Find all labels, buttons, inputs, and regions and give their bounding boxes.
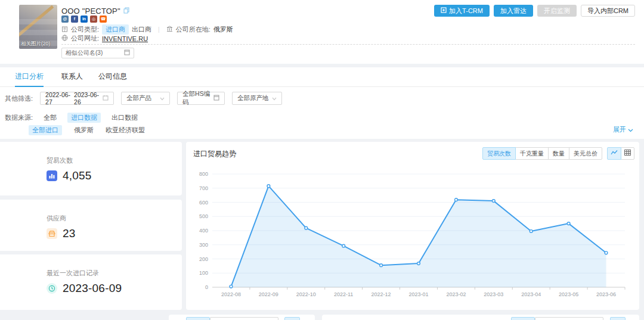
metric-toggle-partial[interactable] [511, 317, 535, 320]
company-name-row: OOO "PECTOP" [61, 5, 130, 16]
clock-icon [47, 283, 57, 294]
metric-kg-weight[interactable]: 千克重量 [515, 147, 549, 160]
company-type-import-tag[interactable]: 进口商 [102, 24, 129, 35]
line-chart-icon [611, 148, 618, 159]
phone-icon[interactable]: ☎ [100, 15, 107, 23]
stat-card-last-import: 最近一次进口记录 2023-06-09 [0, 254, 182, 310]
sub-option-russia[interactable]: 俄罗斯 [74, 126, 94, 135]
svg-text:2023-03: 2023-03 [484, 291, 503, 297]
chevron-down-icon [272, 95, 277, 102]
add-to-tcrm-button[interactable]: 加入T-CRM [434, 5, 490, 17]
chevron-down-icon [160, 95, 165, 102]
svg-text:700: 700 [199, 185, 208, 191]
source-option-import[interactable]: 进口数据 [67, 113, 101, 123]
company-type-export-tag[interactable]: 出口商 [132, 25, 151, 34]
hs-code-select-value: 全部HS编码 [182, 90, 213, 107]
chevron-down-icon [628, 126, 633, 133]
website-label: 公司网址: [71, 34, 99, 43]
metric-toggle-partial[interactable] [535, 317, 603, 320]
table-icon [624, 148, 631, 159]
divider [61, 44, 635, 45]
bank-icon [166, 26, 173, 33]
stat-label: 贸易次数 [47, 156, 182, 165]
svg-text:2022-08: 2022-08 [221, 291, 241, 297]
sub-option-all-import[interactable]: 全部进口 [29, 125, 62, 135]
import-trend-line-chart[interactable]: 01002003004005006007008002022-082022-092… [191, 168, 634, 304]
similar-companies-dropdown[interactable]: 相似公司名(3) [61, 48, 134, 58]
origin-select[interactable]: 全部原产地 [232, 92, 282, 105]
source-option-export[interactable]: 出口数据 [112, 113, 138, 122]
linkedin-icon[interactable]: in [80, 15, 88, 23]
tab-company-info[interactable]: 公司信息 [98, 67, 127, 87]
metric-toggle-partial[interactable] [186, 317, 210, 320]
instagram-icon[interactable]: ◎ [90, 15, 97, 23]
start-monitoring-label: 开启监测 [544, 7, 570, 15]
tab-contacts[interactable]: 联系人 [61, 67, 83, 87]
company-header: 相关图片(20) OOO "PECTOP" @ f in ◎ ☎ 公司类型: 进… [0, 0, 644, 64]
social-links: @ f in ◎ ☎ [61, 15, 107, 23]
supplier-analysis-card-partial [169, 315, 315, 320]
sub-option-eaeu[interactable]: 欧亚经济联盟 [106, 126, 145, 135]
analysis-card-partial [322, 315, 639, 320]
metric-toggle-group: 贸易次数 千克重量 数量 美元总价 [482, 147, 602, 160]
stat-label: 最近一次进口记录 [47, 269, 182, 278]
t-crm-icon [441, 7, 447, 14]
calendar-icon [103, 95, 109, 102]
panel-icon [213, 95, 219, 102]
date-start: 2022-06-27 [45, 91, 74, 105]
svg-text:200: 200 [199, 256, 208, 262]
chart-controls: 贸易次数 千克重量 数量 美元总价 [482, 147, 634, 160]
hs-code-select[interactable]: 全部HS编码 [177, 92, 225, 105]
metric-quantity[interactable]: 数量 [548, 147, 569, 160]
add-to-radar-label: 加入雷达 [500, 7, 527, 15]
data-source-label: 数据来源: [5, 113, 33, 122]
import-trend-card: 进口贸易趋势 贸易次数 千克重量 数量 美元总价 010020030040050… [186, 142, 639, 310]
metric-toggle-partial[interactable] [210, 317, 278, 320]
view-toggle-partial[interactable] [610, 317, 626, 320]
svg-text:2023-04: 2023-04 [521, 291, 541, 297]
stat-label: 供应商 [47, 214, 182, 223]
building-icon [61, 26, 68, 33]
stat-value: 4,055 [63, 169, 92, 182]
similar-companies-label: 相似公司名(3) [66, 49, 103, 57]
stat-card-trade-count: 贸易次数 4,055 [0, 142, 182, 195]
website-row: 公司网址: INVENTIVE.RU [61, 34, 148, 43]
source-option-all[interactable]: 全部 [44, 113, 57, 122]
view-toggle-partial[interactable] [284, 317, 300, 320]
expand-label: 展开 [613, 125, 626, 134]
metric-usd-total[interactable]: 美元总价 [569, 147, 602, 160]
company-type-row: 公司类型: 进口商 出口商 | 公司所在地: 俄罗斯 [61, 24, 233, 35]
add-to-radar-button[interactable]: 加入雷达 [494, 5, 533, 17]
import-internal-crm-button[interactable]: 导入内部CRM [581, 5, 635, 17]
tabs: 进口分析 联系人 公司信息 [0, 67, 644, 87]
stat-card-suppliers: 供应商 23 [0, 200, 182, 251]
svg-text:2022-11: 2022-11 [334, 291, 353, 297]
start-monitoring-button[interactable]: 开启监测 [537, 5, 577, 17]
analysis-panel: 进口分析 联系人 公司信息 其他筛选: 2022-06-27 2023-06-2… [0, 67, 644, 139]
company-photo[interactable]: 相关图片(20) [19, 5, 57, 49]
header-actions: 加入T-CRM 加入雷达 开启监测 导入内部CRM [434, 5, 635, 17]
import-internal-crm-label: 导入内部CRM [587, 7, 628, 15]
blog-icon[interactable]: @ [61, 15, 69, 23]
divider: | [158, 26, 160, 33]
facebook-icon[interactable]: f [71, 15, 78, 23]
product-select[interactable]: 全部产品 [121, 92, 170, 105]
date-range-picker[interactable]: 2022-06-27 2023-06-26 [40, 92, 114, 105]
svg-text:600: 600 [199, 200, 208, 206]
metric-trade-count[interactable]: 贸易次数 [482, 147, 516, 160]
page: 相关图片(20) OOO "PECTOP" @ f in ◎ ☎ 公司类型: 进… [0, 0, 644, 320]
svg-text:2023-05: 2023-05 [559, 291, 578, 297]
tab-import-analysis[interactable]: 进口分析 [15, 67, 44, 87]
line-chart-view-button[interactable] [607, 147, 621, 160]
website-link[interactable]: INVENTIVE.RU [102, 35, 148, 42]
table-view-button[interactable] [621, 147, 634, 160]
origin-select-value: 全部原产地 [237, 94, 269, 102]
company-name: OOO "PECTOP" [61, 7, 120, 15]
copy-icon[interactable] [123, 5, 130, 16]
bar-chart-icon [47, 170, 57, 181]
svg-text:2023-01: 2023-01 [408, 291, 428, 297]
chart-title: 进口贸易趋势 [193, 149, 236, 159]
expand-link[interactable]: 展开 [613, 125, 633, 134]
company-type-label: 公司类型: [71, 25, 99, 34]
add-to-tcrm-label: 加入T-CRM [449, 7, 483, 15]
